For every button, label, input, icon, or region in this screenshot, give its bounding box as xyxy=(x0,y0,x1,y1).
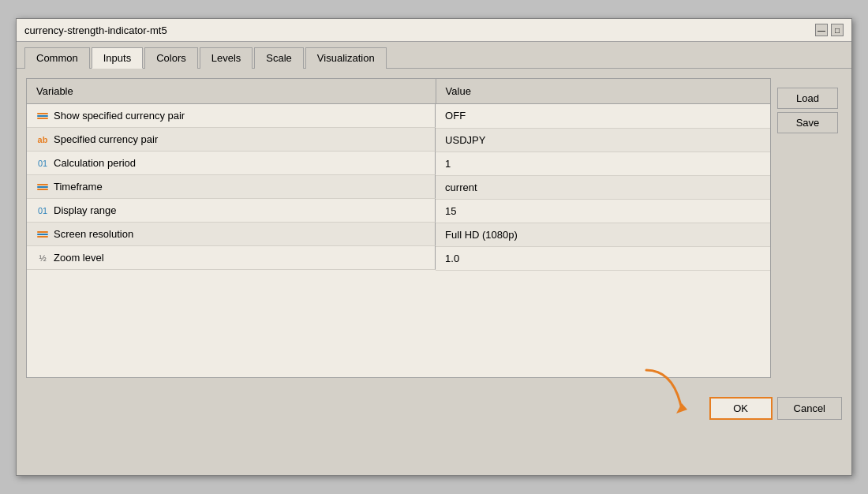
variable-label: Display range xyxy=(54,204,117,216)
table-row[interactable]: Show specified currency pairOFF xyxy=(27,104,770,129)
stack-icon xyxy=(36,184,49,190)
table-cell-variable[interactable]: abSpecified currency pair xyxy=(27,128,436,152)
content-area: Variable Value Show specified currency p… xyxy=(17,69,851,387)
table-row[interactable]: ½Zoom level1.0 xyxy=(27,246,770,270)
cancel-button[interactable]: Cancel xyxy=(777,397,842,420)
main-window: currency-strength-indicator-mt5 — □ Comm… xyxy=(16,18,852,476)
inputs-table-container: Variable Value Show specified currency p… xyxy=(26,78,771,378)
tab-common[interactable]: Common xyxy=(24,47,90,69)
inputs-table: Variable Value Show specified currency p… xyxy=(27,79,770,271)
tab-colors[interactable]: Colors xyxy=(144,47,198,69)
variable-label: Zoom level xyxy=(54,252,104,264)
window-title: currency-strength-indicator-mt5 xyxy=(24,24,167,36)
variable-label: Specified currency pair xyxy=(54,133,158,145)
tab-scale[interactable]: Scale xyxy=(254,47,304,69)
table-cell-variable[interactable]: ½Zoom level xyxy=(27,246,436,270)
table-row[interactable]: abSpecified currency pairUSDJPY xyxy=(27,128,770,152)
bottom-area: OK Cancel xyxy=(17,387,851,431)
variable-label: Show specified currency pair xyxy=(54,110,185,122)
maximize-button[interactable]: □ xyxy=(831,24,844,36)
numeric-icon: 01 xyxy=(36,159,49,168)
tab-visualization[interactable]: Visualization xyxy=(305,47,387,69)
ab-icon: ab xyxy=(36,135,49,144)
table-cell-variable[interactable]: Screen resolution xyxy=(27,223,436,246)
title-bar: currency-strength-indicator-mt5 — □ xyxy=(17,19,851,42)
table-cell-value[interactable]: OFF xyxy=(436,104,770,129)
table-cell-variable[interactable]: Show specified currency pair xyxy=(27,104,436,128)
table-cell-variable[interactable]: Timeframe xyxy=(27,175,436,199)
tab-levels[interactable]: Levels xyxy=(200,47,253,69)
table-cell-value[interactable]: current xyxy=(436,175,770,199)
table-header-row: Variable Value xyxy=(27,79,770,104)
table-row[interactable]: 01Calculation period1 xyxy=(27,152,770,175)
window-controls: — □ xyxy=(815,24,844,36)
half-icon: ½ xyxy=(36,253,49,263)
content-layout: Variable Value Show specified currency p… xyxy=(26,78,842,378)
table-cell-variable[interactable]: 01Calculation period xyxy=(27,152,436,175)
table-row[interactable]: 01Display range15 xyxy=(27,199,770,223)
stack-icon xyxy=(36,113,49,119)
variable-label: Timeframe xyxy=(54,181,103,193)
side-buttons: Load Save xyxy=(771,78,838,378)
minimize-button[interactable]: — xyxy=(815,24,828,36)
col-variable-header: Variable xyxy=(27,79,436,104)
variable-label: Screen resolution xyxy=(54,228,133,240)
tab-inputs[interactable]: Inputs xyxy=(92,47,143,69)
table-cell-value[interactable]: Full HD (1080p) xyxy=(436,223,770,246)
col-value-header: Value xyxy=(436,79,770,104)
table-row[interactable]: Screen resolutionFull HD (1080p) xyxy=(27,223,770,246)
table-cell-value[interactable]: 15 xyxy=(436,199,770,223)
table-cell-value[interactable]: USDJPY xyxy=(436,128,770,152)
load-button[interactable]: Load xyxy=(777,88,838,109)
ok-button[interactable]: OK xyxy=(709,397,773,420)
table-cell-value[interactable]: 1.0 xyxy=(436,246,770,270)
table-cell-variable[interactable]: 01Display range xyxy=(27,199,436,223)
table-cell-value[interactable]: 1 xyxy=(436,152,770,175)
variable-label: Calculation period xyxy=(54,157,136,169)
stack-icon xyxy=(36,231,49,238)
tab-bar: Common Inputs Colors Levels Scale Visual… xyxy=(17,42,851,69)
numeric-icon: 01 xyxy=(36,206,49,215)
table-row[interactable]: Timeframecurrent xyxy=(27,175,770,199)
save-button[interactable]: Save xyxy=(777,112,838,133)
